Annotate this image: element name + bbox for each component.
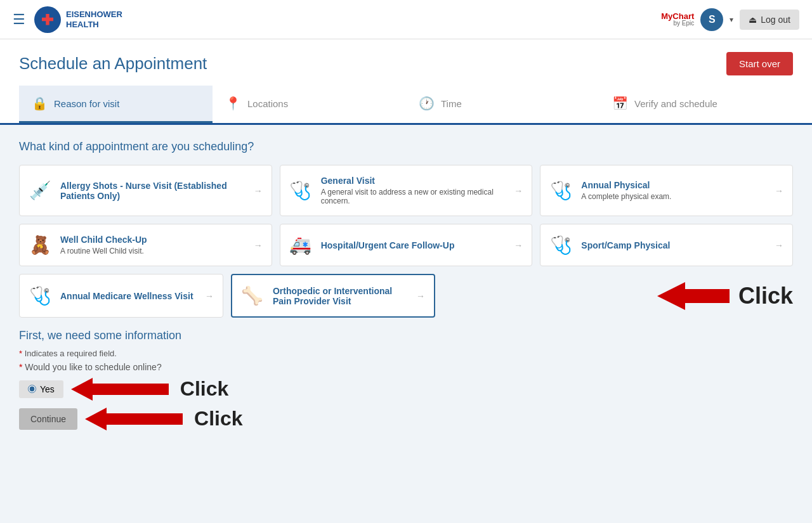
step-locations[interactable]: 📍 Locations — [213, 86, 406, 123]
well-child-title: Well Child Check-Up — [60, 235, 245, 245]
schedule-online-text: Would you like to schedule online? — [25, 362, 161, 372]
content-area: What kind of appointment are you schedul… — [0, 125, 812, 446]
user-dropdown-arrow[interactable]: ▾ — [730, 15, 733, 24]
required-note: * Indicates a required field. — [19, 349, 793, 358]
schedule-header: Schedule an Appointment Start over 🔒 Rea… — [0, 39, 812, 125]
yes-radio-input[interactable] — [28, 385, 36, 393]
yes-radio-label: Yes — [40, 384, 55, 394]
time-icon: 🕐 — [419, 96, 435, 111]
annual-medicare-title: Annual Medicare Wellness Visit — [60, 291, 196, 301]
annual-physical-icon: 🩺 — [549, 180, 572, 201]
hospital-followup-title: Hospital/Urgent Care Follow-Up — [321, 240, 506, 250]
header-left: ☰ EISENHOWER HEALTH — [13, 6, 122, 33]
general-visit-content: General Visit A general visit to address… — [321, 176, 506, 205]
appointment-cards-row2: 🧸 Well Child Check-Up A routine Well Chi… — [19, 224, 793, 266]
annual-physical-arrow: → — [775, 186, 783, 196]
yes-radio-row: Yes Click — [19, 377, 793, 401]
app-header: ☰ EISENHOWER HEALTH MyChart by Epic S ▾ … — [0, 0, 812, 39]
locations-icon: 📍 — [225, 96, 241, 111]
red-arrow-yes — [71, 378, 169, 401]
card-hospital-followup[interactable]: 🚑 Hospital/Urgent Care Follow-Up → — [280, 224, 533, 266]
well-child-icon: 🧸 — [29, 235, 51, 255]
annual-medicare-content: Annual Medicare Wellness Visit — [60, 291, 196, 301]
sport-camp-icon: 🩺 — [549, 235, 572, 255]
mychart-logo: MyChart by Epic — [661, 12, 694, 27]
orthopedic-icon: 🦴 — [241, 285, 264, 306]
verify-icon: 📅 — [612, 96, 628, 111]
sport-camp-arrow: → — [775, 240, 783, 250]
click-annotation-orthopedic: Click — [657, 282, 793, 310]
card-well-child[interactable]: 🧸 Well Child Check-Up A routine Well Chi… — [19, 224, 272, 266]
required-star: * — [19, 349, 22, 358]
start-over-button[interactable]: Start over — [726, 52, 793, 75]
annual-physical-title: Annual Physical — [581, 180, 766, 190]
orthopedic-arrow: → — [416, 291, 425, 301]
main-content: Schedule an Appointment Start over 🔒 Rea… — [0, 39, 812, 446]
step-time-label: Time — [441, 98, 462, 109]
appointment-question: What kind of appointment are you schedul… — [19, 140, 793, 153]
step-verify[interactable]: 📅 Verify and schedule — [599, 86, 793, 123]
hospital-followup-icon: 🚑 — [289, 235, 312, 255]
sport-camp-title: Sport/Camp Physical — [581, 240, 766, 250]
allergy-shots-icon: 💉 — [29, 180, 51, 201]
card-annual-physical[interactable]: 🩺 Annual Physical A complete physical ex… — [540, 165, 793, 216]
step-locations-label: Locations — [247, 98, 288, 109]
yes-radio-option[interactable]: Yes — [19, 380, 63, 398]
step-reason-label: Reason for visit — [54, 98, 119, 109]
allergy-shots-arrow: → — [254, 186, 263, 196]
step-verify-label: Verify and schedule — [634, 98, 717, 109]
card-orthopedic[interactable]: 🦴 Orthopedic or Interventional Pain Prov… — [231, 274, 435, 318]
hospital-followup-arrow: → — [514, 240, 523, 250]
schedule-title-row: Schedule an Appointment Start over — [19, 52, 793, 86]
step-reason-for-visit[interactable]: 🔒 Reason for visit — [19, 86, 213, 123]
logout-button[interactable]: ⏏ Log out — [740, 10, 799, 30]
annual-physical-content: Annual Physical A complete physical exam… — [581, 180, 766, 201]
allergy-shots-content: Allergy Shots - Nurse Visit (Established… — [60, 181, 245, 201]
continue-row: Continue Click — [19, 407, 793, 430]
logo-text: EISENHOWER HEALTH — [66, 10, 122, 29]
annual-medicare-arrow: → — [205, 291, 214, 301]
info-section: First, we need some information * Indica… — [19, 329, 793, 430]
header-right: MyChart by Epic S ▾ ⏏ Log out — [661, 8, 799, 31]
continue-button[interactable]: Continue — [19, 408, 77, 430]
general-visit-arrow: → — [514, 186, 523, 196]
appointment-cards-row3: 🩺 Annual Medicare Wellness Visit → 🦴 Ort… — [19, 274, 647, 318]
general-visit-desc: A general visit to address a new or exis… — [321, 188, 506, 205]
click-text-yes: Click — [180, 377, 228, 401]
required-note-text: Indicates a required field. — [25, 349, 117, 358]
logo-icon — [34, 6, 61, 33]
logo-area: EISENHOWER HEALTH — [34, 6, 122, 33]
reason-for-visit-icon: 🔒 — [32, 96, 48, 111]
general-visit-title: General Visit — [321, 176, 506, 186]
general-visit-icon: 🩺 — [289, 180, 312, 201]
required-star2: * — [19, 362, 22, 372]
hamburger-icon[interactable]: ☰ — [13, 11, 25, 28]
schedule-online-label: * Would you like to schedule online? — [19, 362, 793, 372]
user-avatar[interactable]: S — [700, 8, 723, 31]
sport-camp-content: Sport/Camp Physical — [581, 240, 766, 250]
logout-label: Log out — [761, 15, 790, 25]
click-text-continue: Click — [194, 407, 242, 430]
empty-cell — [443, 274, 647, 318]
steps-nav: 🔒 Reason for visit 📍 Locations 🕐 Time 📅 … — [19, 86, 793, 123]
page-title: Schedule an Appointment — [19, 54, 207, 74]
well-child-desc: A routine Well Child visit. — [60, 247, 245, 255]
well-child-content: Well Child Check-Up A routine Well Child… — [60, 235, 245, 255]
card-allergy-shots[interactable]: 💉 Allergy Shots - Nurse Visit (Establish… — [19, 165, 272, 216]
card-general-visit[interactable]: 🩺 General Visit A general visit to addre… — [280, 165, 533, 216]
annual-medicare-icon: 🩺 — [29, 285, 51, 306]
allergy-shots-title: Allergy Shots - Nurse Visit (Established… — [60, 181, 245, 201]
appointment-cards-row1: 💉 Allergy Shots - Nurse Visit (Establish… — [19, 165, 793, 216]
card-annual-medicare[interactable]: 🩺 Annual Medicare Wellness Visit → — [19, 274, 223, 318]
well-child-arrow: → — [254, 240, 263, 250]
red-arrow-left-orthopedic — [657, 282, 730, 310]
orthopedic-title: Orthopedic or Interventional Pain Provid… — [273, 286, 407, 306]
red-arrow-continue — [85, 408, 183, 430]
step-time[interactable]: 🕐 Time — [406, 86, 599, 123]
card-sport-camp[interactable]: 🩺 Sport/Camp Physical → — [540, 224, 793, 266]
epic-text: by Epic — [673, 20, 694, 27]
annual-physical-desc: A complete physical exam. — [581, 192, 766, 201]
logout-icon: ⏏ — [749, 15, 757, 25]
hospital-followup-content: Hospital/Urgent Care Follow-Up — [321, 240, 506, 250]
info-title: First, we need some information — [19, 329, 793, 342]
